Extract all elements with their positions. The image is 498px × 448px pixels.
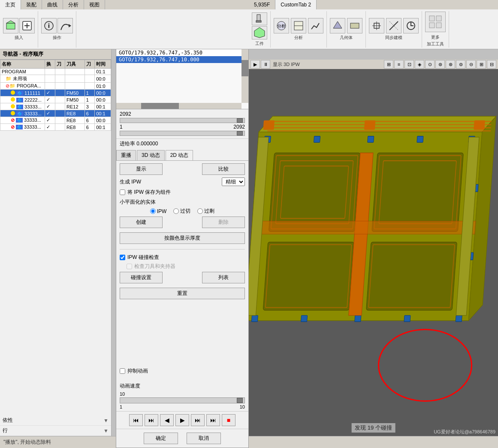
more-btn[interactable] (425, 12, 446, 32)
progress-bar-1[interactable] (120, 118, 245, 123)
tab-analysis[interactable]: 分析 (63, 0, 84, 9)
h-scrollbar-thumb[interactable] (141, 103, 179, 109)
vertical-scrollbar[interactable] (241, 49, 248, 103)
vp-btn-r3[interactable]: ⊡ (404, 60, 414, 69)
tab-customtab2[interactable]: CustomTab 2 (275, 0, 317, 9)
tab-5935f[interactable]: 5,935F (249, 0, 275, 9)
cancel-btn[interactable]: 取消 (187, 433, 221, 444)
radio-excess[interactable]: 过剩 (197, 207, 214, 215)
tool-item-btn[interactable] (252, 12, 267, 26)
horizontal-scrollbar[interactable] (116, 103, 241, 109)
move-face-btn[interactable] (369, 18, 384, 33)
table-row[interactable]: PROGRAM 01:1 (0, 69, 111, 75)
v-scrollbar-thumb[interactable] (241, 60, 248, 76)
vp-btn-r9[interactable]: ⊝ (466, 60, 476, 69)
tab-2d-dynamic[interactable]: 2D 动态 (166, 150, 193, 160)
display-btn[interactable]: 显示 (120, 163, 163, 175)
left-panel-bottom: 依性 ▼ 行 ▼ (0, 415, 111, 436)
play-forward-btn[interactable]: ▶ (175, 414, 189, 426)
vp-btn-r7[interactable]: ⊛ (446, 60, 455, 69)
code-line-2[interactable]: GOTO/179.932,76.747,10.000 (116, 56, 248, 63)
analysis-btn3[interactable] (308, 18, 323, 33)
suppress-animation-checkbox[interactable] (120, 368, 125, 374)
red-circle-annotation (378, 329, 472, 402)
vp-btn-r1[interactable]: ⊞ (384, 60, 393, 69)
expand-item-2[interactable]: 行 ▼ (0, 426, 111, 436)
extract-geometry-btn[interactable] (330, 18, 345, 33)
progress-thumb-2[interactable] (237, 131, 243, 135)
table-row[interactable]: 📁 未用项 00:0 (0, 75, 111, 83)
play-to-start-btn[interactable]: ⏮ (129, 414, 143, 426)
vp-btn-r11[interactable]: ⊟ (487, 60, 496, 69)
delete-btn[interactable]: 删除 (202, 216, 245, 228)
vp-btn-r5[interactable]: ⊙ (425, 60, 435, 69)
play-back-btn[interactable]: ◀ (160, 414, 174, 426)
save-ipw-checkbox[interactable] (120, 189, 125, 195)
geometry-btn2[interactable] (347, 18, 362, 33)
svg-rect-58 (263, 120, 275, 130)
svg-rect-43 (417, 136, 423, 143)
reset-btn[interactable]: 重置 (120, 288, 245, 299)
step-forward-btn[interactable]: ⏭ (191, 414, 205, 426)
vp-btn-r8[interactable]: ⊜ (456, 60, 465, 69)
compare-btn[interactable]: 比较 (202, 163, 245, 175)
progress-thumb-1[interactable] (237, 118, 243, 123)
generate-ipw-label: 生成 IPW (120, 178, 141, 186)
radio-ipw[interactable]: IPW (150, 208, 167, 214)
vp-btn-1[interactable]: ▶ (251, 60, 260, 69)
radio-overcut[interactable]: 过切 (173, 207, 190, 215)
suppress-animation-row: 抑制动画 (120, 367, 245, 375)
collision-text: 发现 19 个碰撞 (351, 423, 395, 433)
vp-btn-r6[interactable]: ⊚ (435, 60, 445, 69)
step-back-btn[interactable]: ⏭ (145, 414, 158, 426)
analysis-btn1[interactable]: 分析 (274, 18, 289, 33)
nav-table-wrapper[interactable]: 名称 换 刀 刀具 刀 时间 PROGRAM 01:1 (0, 60, 111, 415)
stop-btn[interactable]: ■ (222, 414, 235, 426)
play-to-end-btn[interactable]: ⏭ (206, 414, 220, 426)
tab-assembly[interactable]: 装配 (21, 0, 42, 9)
color-thickness-btn[interactable]: 按颜色显示厚度 (120, 232, 245, 244)
table-row[interactable]: ⊘ 🔷 33333... ✓ RE8 6 00:0 (0, 117, 111, 124)
create-btn[interactable]: 创建 (120, 216, 163, 228)
table-row[interactable]: 🔷 33333... ✓ RE8 6 00:1 (0, 110, 111, 117)
progress-bar-2[interactable] (120, 131, 245, 136)
collision-section: IPW 碰撞检查 检查刀具和夹持器 碰撞设置 列表 (120, 249, 245, 283)
check-tool-checkbox[interactable] (127, 264, 132, 269)
ipw-collision-checkbox[interactable] (120, 255, 125, 260)
code-line-1[interactable]: GOTO/179.932,76.747,-35.350 (116, 49, 248, 56)
table-row[interactable]: 🔷 111111 ✓ FM50 1 00:0 (0, 90, 111, 96)
col-tool: 刀具 (65, 60, 85, 69)
replace-face-btn[interactable] (386, 18, 401, 33)
confirm-btn[interactable]: 确定 (144, 433, 178, 444)
tab-3d-dynamic[interactable]: 3D 动态 (137, 150, 165, 160)
tab-main[interactable]: 主页 (0, 0, 21, 9)
table-row[interactable]: 🔷 33333... ✓ RE12 3 00:1 (0, 103, 111, 110)
table-row[interactable]: ⊘ 🔷 33333... ✓ RE8 6 00:1 (0, 124, 111, 131)
code-area[interactable]: GOTO/179.932,76.747,-35.350 GOTO/179.932… (116, 49, 248, 109)
speed-bar[interactable] (120, 397, 245, 403)
sync-btn3[interactable] (403, 18, 419, 33)
create-geometry-btn[interactable] (3, 18, 18, 33)
machining-tools-label: 加工工具 (427, 41, 444, 47)
generate-toolpath-btn[interactable] (57, 18, 73, 33)
properties-btn[interactable]: i (41, 18, 57, 33)
display-compare-row: 显示 比较 (120, 163, 245, 175)
tab-replay[interactable]: 重播 (116, 150, 136, 160)
tab-view[interactable]: 视图 (84, 0, 105, 9)
tab-curve[interactable]: 曲线 (42, 0, 63, 9)
table-row[interactable]: ⊘📁 PROGRA... 01:0 (0, 83, 111, 90)
speed-thumb[interactable] (237, 398, 243, 403)
ipw-quality-select[interactable]: 精细 (222, 177, 245, 186)
vp-btn-r4[interactable]: ◈ (415, 60, 424, 69)
expand-item-1[interactable]: 依性 ▼ (0, 415, 111, 426)
show-3dipw-btn[interactable] (252, 26, 267, 39)
col-num: 刀 (85, 60, 94, 69)
table-row[interactable]: 🔷 22222... ✓ FM50 1 00:0 (0, 96, 111, 103)
vp-btn-r10[interactable]: ⊞ (477, 60, 486, 69)
vp-btn-r2[interactable]: ≡ (394, 60, 404, 69)
create-operation-btn[interactable] (19, 18, 35, 33)
collision-settings-btn[interactable]: 碰撞设置 (120, 272, 163, 283)
vp-btn-2[interactable]: ⏸ (261, 60, 270, 69)
analysis-btn2[interactable] (291, 18, 306, 33)
list-btn[interactable]: 列表 (202, 272, 245, 283)
